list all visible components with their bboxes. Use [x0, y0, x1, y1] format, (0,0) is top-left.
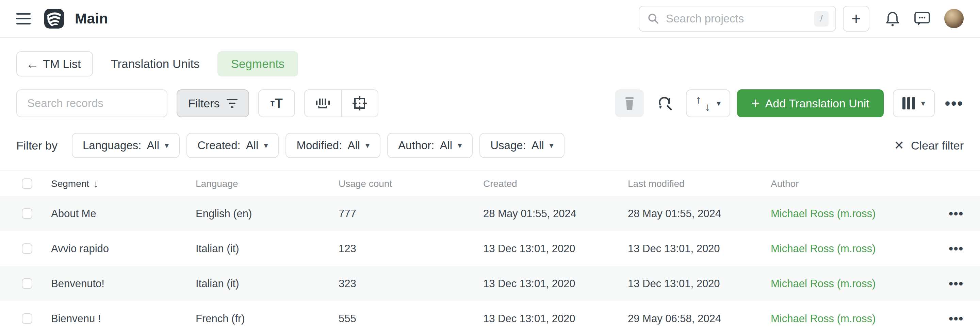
columns-button[interactable]: ▾: [893, 89, 935, 117]
usage-count-cell: 123: [339, 242, 483, 255]
created-cell: 13 Dec 13:01, 2020: [483, 313, 628, 325]
view-toggle-group: [304, 89, 379, 117]
project-search[interactable]: /: [639, 6, 836, 32]
find-replace-icon: [656, 95, 674, 112]
author-link[interactable]: Michael Ross (m.ross): [771, 313, 940, 325]
filter-author[interactable]: Author: All ▾: [387, 133, 473, 158]
create-project-button[interactable]: +: [843, 6, 869, 32]
author-link[interactable]: Michael Ross (m.ross): [771, 242, 940, 255]
top-bar: Main / +: [0, 0, 980, 38]
chevron-down-icon: ▾: [264, 141, 268, 150]
author-link[interactable]: Michael Ross (m.ross): [771, 278, 940, 290]
ellipsis-icon: •••: [949, 207, 964, 220]
sort-arrows-icon: ↑ ↓: [695, 95, 711, 111]
row-checkbox[interactable]: [22, 243, 32, 254]
back-arrow-icon: ←: [26, 57, 39, 71]
filter-bar: Filter by Languages: All ▾ Created: All …: [0, 133, 980, 158]
filter-value: All: [347, 139, 360, 152]
filter-created[interactable]: Created: All ▾: [186, 133, 279, 158]
filter-label: Modified:: [296, 139, 342, 152]
row-menu-button[interactable]: •••: [940, 242, 964, 256]
filter-lines-icon: [227, 99, 237, 108]
chevron-down-icon: ▾: [717, 98, 721, 108]
filter-label: Author:: [398, 139, 434, 152]
back-to-tm-list-button[interactable]: ← TM List: [16, 51, 93, 76]
row-menu-button[interactable]: •••: [940, 207, 964, 221]
segment-cell: Bienvenu !: [51, 313, 196, 325]
created-cell: 13 Dec 13:01, 2020: [483, 242, 628, 255]
page-title: Main: [75, 11, 108, 27]
more-options-button[interactable]: •••: [945, 95, 964, 112]
row-checkbox[interactable]: [22, 208, 32, 219]
feedback-button[interactable]: [914, 11, 931, 27]
author-link[interactable]: Michael Ross (m.ross): [771, 207, 940, 220]
filter-modified[interactable]: Modified: All ▾: [285, 133, 380, 158]
plus-icon: +: [851, 9, 861, 28]
select-all-checkbox[interactable]: [22, 178, 32, 189]
filter-by-label: Filter by: [16, 139, 57, 152]
row-menu-button[interactable]: •••: [940, 312, 964, 326]
find-replace-button[interactable]: [656, 95, 674, 112]
bytes-view-button[interactable]: [305, 90, 341, 117]
table-row: Bienvenu ! French (fr) 555 13 Dec 13:01,…: [0, 301, 980, 331]
row-checkbox[interactable]: [22, 278, 32, 289]
row-checkbox[interactable]: [22, 313, 32, 324]
filter-usage[interactable]: Usage: All ▾: [479, 133, 564, 158]
clear-filter-button[interactable]: ✕ Clear filter: [894, 138, 964, 153]
usage-count-cell: 777: [339, 207, 483, 220]
filter-languages[interactable]: Languages: All ▾: [72, 133, 180, 158]
row-menu-button[interactable]: •••: [940, 277, 964, 291]
keyboard-shortcut-badge: /: [814, 11, 829, 27]
back-button-label: TM List: [43, 57, 81, 71]
hamburger-menu-icon[interactable]: [16, 13, 30, 24]
segment-cell: About Me: [51, 207, 196, 220]
chevron-down-icon: ▾: [366, 141, 369, 150]
last-modified-cell: 13 Dec 13:01, 2020: [628, 242, 771, 255]
ellipsis-icon: •••: [945, 95, 964, 112]
app-logo-icon[interactable]: [44, 9, 64, 29]
placeholder-view-button[interactable]: [341, 90, 378, 117]
language-cell: English (en): [196, 207, 339, 220]
last-modified-cell: 13 Dec 13:01, 2020: [628, 278, 771, 290]
segment-cell: Benvenuto!: [51, 278, 196, 290]
search-records-input[interactable]: [27, 97, 156, 110]
language-cell: Italian (it): [196, 242, 339, 255]
add-translation-unit-button[interactable]: + Add Translation Unit: [737, 89, 884, 117]
barcode-icon: [315, 96, 331, 111]
notifications-button[interactable]: [885, 11, 900, 27]
column-header-segment[interactable]: Segment ↓: [51, 178, 196, 190]
filter-label: Created:: [197, 139, 240, 152]
filter-value: All: [440, 139, 453, 152]
ellipsis-icon: •••: [949, 277, 964, 291]
created-cell: 13 Dec 13:01, 2020: [483, 278, 628, 290]
delete-selected-button[interactable]: [615, 89, 644, 117]
filter-value: All: [147, 139, 159, 152]
language-cell: Italian (it): [196, 278, 339, 290]
ellipsis-icon: •••: [949, 312, 964, 326]
search-projects-input[interactable]: [666, 12, 814, 25]
records-search[interactable]: [16, 89, 167, 117]
chevron-down-icon: ▾: [165, 141, 169, 150]
filter-value: All: [246, 139, 259, 152]
column-header-author: Author: [771, 178, 940, 189]
tab-segments[interactable]: Segments: [218, 51, 298, 76]
bell-icon: [885, 11, 900, 27]
user-avatar[interactable]: [944, 9, 964, 28]
ellipsis-icon: •••: [949, 242, 964, 255]
usage-count-cell: 555: [339, 313, 483, 325]
usage-count-cell: 323: [339, 278, 483, 290]
sort-button[interactable]: ↑ ↓ ▾: [686, 89, 730, 117]
filter-label: Usage:: [490, 139, 526, 152]
filters-button-label: Filters: [188, 97, 220, 110]
text-case-toggle-button[interactable]: тT: [258, 89, 295, 117]
chat-bubble-icon: [914, 11, 931, 27]
table-header-row: Segment ↓ Language Usage count Created L…: [0, 171, 980, 196]
table-row: Avvio rapido Italian (it) 123 13 Dec 13:…: [0, 231, 980, 266]
tab-translation-units[interactable]: Translation Units: [111, 57, 199, 71]
filters-button[interactable]: Filters: [177, 89, 249, 117]
chevron-down-icon: ▾: [550, 141, 554, 150]
trash-icon: [624, 96, 636, 111]
sort-descending-icon: ↓: [93, 178, 98, 190]
chevron-down-icon: ▾: [458, 141, 462, 150]
column-header-usage-count: Usage count: [339, 178, 483, 189]
